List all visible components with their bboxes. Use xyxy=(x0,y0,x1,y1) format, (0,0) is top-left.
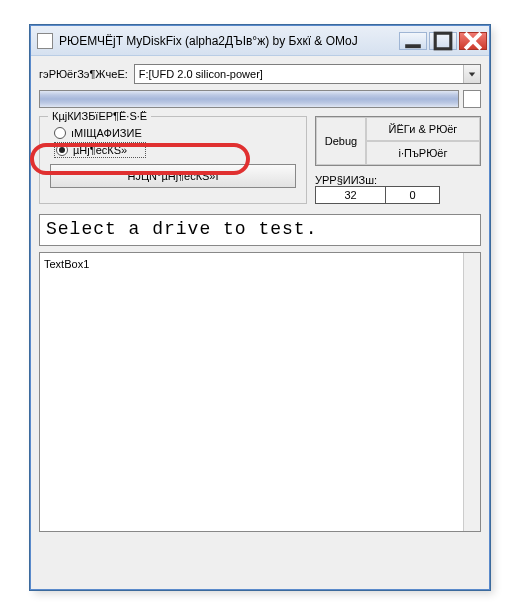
count-value-2: 0 xyxy=(385,186,440,204)
radio-option-1[interactable]: ıМІЩАФИЗИЕ xyxy=(54,127,296,139)
groupbox-title: КµјКИЗБїЕР¶Ё·Ѕ·Ё xyxy=(48,110,151,122)
svg-marker-4 xyxy=(469,72,475,76)
minimize-button[interactable] xyxy=(399,32,427,50)
scroll-down-icon[interactable] xyxy=(464,515,480,531)
log-textbox[interactable]: TextBox1 xyxy=(39,252,481,532)
count-value-1: 32 xyxy=(315,186,385,204)
client-area: гэРЮёгЗэ¶ЖчеЕ: F:[UFD 2.0 silicon-power]… xyxy=(31,56,489,589)
radio-icon xyxy=(56,144,68,156)
button-label: і·ПъРЮёг xyxy=(399,147,448,159)
button-label: Debug xyxy=(325,135,357,147)
debug-button[interactable]: Debug xyxy=(316,117,366,165)
undo-repair-button[interactable]: і·ПъРЮёг xyxy=(366,141,480,165)
app-window: РЮЕМЧЁјТ MyDiskFix (alpha2ДЪІв°ж) by Бхк… xyxy=(30,25,490,590)
svg-rect-1 xyxy=(435,33,451,49)
scan-mode-groupbox: КµјКИЗБїЕР¶Ё·Ѕ·Ё ıМІЩАФИЗИЕ µНј¶ёсКЅ» НЈ… xyxy=(39,116,307,204)
app-icon xyxy=(37,33,53,49)
titlebar[interactable]: РЮЕМЧЁјТ MyDiskFix (alpha2ДЪІв°ж) by Бхк… xyxy=(31,26,489,56)
maximize-button[interactable] xyxy=(429,32,457,50)
close-button[interactable] xyxy=(459,32,487,50)
radio-option-2[interactable]: µНј¶ёсКЅ» xyxy=(54,142,146,158)
actions-grid: Debug ЙЁГи & РЮёг і·ПъРЮёг xyxy=(315,116,481,166)
scan-repair-button[interactable]: ЙЁГи & РЮёг xyxy=(366,117,480,141)
radio-icon xyxy=(54,127,66,139)
counts-display: 32 0 xyxy=(315,186,481,204)
progress-bar xyxy=(39,90,459,108)
radio-label: ıМІЩАФИЗИЕ xyxy=(71,127,142,139)
textbox-content: TextBox1 xyxy=(44,258,89,270)
counts-label: УРР§ИИЗш: xyxy=(315,174,481,186)
progress-indicator-box xyxy=(463,90,481,108)
drive-combobox-value: F:[UFD 2.0 silicon-power] xyxy=(135,68,463,80)
status-message: Select a drive to test. xyxy=(39,214,481,246)
chevron-down-icon[interactable] xyxy=(463,65,480,83)
window-title: РЮЕМЧЁјТ MyDiskFix (alpha2ДЪІв°ж) by Бхк… xyxy=(59,34,399,48)
drive-combobox[interactable]: F:[UFD 2.0 silicon-power] xyxy=(134,64,481,84)
radio-label: µНј¶ёсКЅ» xyxy=(73,144,127,156)
drive-label: гэРЮёгЗэ¶ЖчеЕ: xyxy=(39,68,128,80)
scroll-up-icon[interactable] xyxy=(464,253,480,269)
button-label: НЈЦN°µНј¶ёсКЅ»Ї xyxy=(127,170,218,182)
button-label: ЙЁГи & РЮёг xyxy=(389,123,458,135)
format-button[interactable]: НЈЦN°µНј¶ёсКЅ»Ї xyxy=(50,164,296,188)
